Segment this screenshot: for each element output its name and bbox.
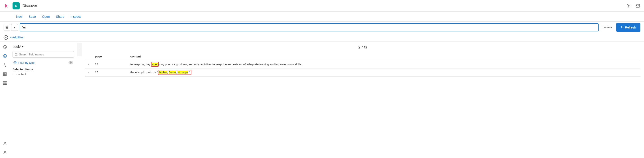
svg-rect-11 — [5, 74, 6, 76]
content-col-header: content — [128, 53, 640, 60]
results-area: 2 hits page content › 13 to k — [82, 42, 644, 158]
expand-row-1-button[interactable]: › — [88, 63, 88, 66]
app-title: Discover — [22, 4, 624, 8]
menu-inspect[interactable]: Inspect — [68, 14, 84, 20]
index-selector[interactable]: book* ▾ — [12, 44, 74, 48]
field-sidebar: book* ▾ Filter by type 0 Selected fields… — [10, 42, 77, 158]
lucene-badge[interactable]: Lucene — [600, 25, 614, 30]
menu-open[interactable]: Open — [40, 14, 52, 20]
page-cell-2: 16 — [92, 68, 128, 76]
svg-rect-14 — [3, 84, 6, 85]
expand-cell-2: › — [85, 68, 92, 76]
highlighted-after: after — [151, 62, 159, 67]
svg-rect-8 — [3, 72, 4, 74]
svg-point-7 — [4, 56, 5, 57]
left-nav — [0, 42, 10, 158]
table-row: › 13 to keep on, day after day practice … — [85, 60, 640, 68]
table-row: › 16 the olympic motto is "higher, faste… — [85, 68, 640, 76]
svg-line-18 — [17, 55, 18, 56]
query-wrapper: ▾ — [4, 24, 18, 31]
nav-clock-icon[interactable] — [1, 44, 8, 51]
filter-type-label: Filter by type — [18, 61, 34, 64]
expand-cell-1: › — [85, 60, 92, 68]
mail-icon[interactable] — [635, 3, 640, 9]
svg-rect-10 — [3, 74, 4, 76]
save-query-button[interactable] — [4, 24, 10, 31]
search-fields-input[interactable] — [19, 53, 72, 56]
main-layout: book* ▾ Filter by type 0 Selected fields… — [0, 42, 644, 158]
nav-discover-icon[interactable] — [1, 52, 8, 60]
faster-highlight: faster — [169, 71, 176, 74]
svg-rect-13 — [3, 83, 6, 84]
filter-icon[interactable] — [4, 35, 8, 40]
menu-bar: New Save Open Share Inspect — [0, 12, 644, 22]
refresh-button[interactable]: ↻ Refresh — [616, 23, 640, 32]
highlight-group: higher, faster, stronger." — [158, 70, 191, 75]
add-filter-button[interactable]: + Add filter — [10, 36, 24, 39]
hits-number: 2 — [358, 45, 360, 49]
index-pattern-label: book* — [12, 45, 21, 48]
content-prefix-2: the olympic motto is " — [130, 71, 158, 74]
results-table: page content › 13 to keep on, day after … — [85, 53, 640, 76]
menu-new[interactable]: New — [14, 14, 25, 20]
index-caret-icon: ▾ — [22, 44, 24, 48]
settings-icon[interactable] — [626, 3, 632, 9]
higher-highlight: higher — [159, 71, 167, 74]
svg-point-17 — [15, 53, 17, 55]
after-highlight: after — [152, 63, 158, 66]
search-fields-box — [12, 51, 74, 58]
quote-end: ." — [188, 71, 190, 74]
collapse-sidebar-button[interactable]: ‹ — [77, 43, 82, 56]
page-col-header: page — [92, 53, 128, 60]
filter-count-badge: 0 — [68, 61, 73, 64]
nav-management-icon[interactable] — [1, 80, 8, 87]
kibana-logo[interactable] — [4, 3, 10, 9]
page-cell-1: 13 — [92, 60, 128, 68]
content-text-after-1: day practice go down, and only activitie… — [159, 63, 301, 66]
hits-count: 2 hits — [85, 45, 640, 49]
menu-save[interactable]: Save — [26, 14, 38, 20]
field-item-content: t content — [12, 72, 74, 76]
svg-rect-12 — [3, 82, 6, 82]
search-input-container — [20, 23, 598, 31]
svg-rect-9 — [5, 72, 6, 74]
field-name-content: content — [16, 72, 26, 76]
app-icon: D — [12, 2, 20, 10]
query-dropdown-button[interactable]: ▾ — [11, 24, 18, 31]
refresh-icon: ↻ — [621, 25, 624, 29]
refresh-label: Refresh — [625, 26, 636, 29]
field-type-badge: t — [12, 73, 15, 76]
chevron-down-icon: ▾ — [14, 26, 16, 29]
search-input[interactable] — [22, 26, 596, 29]
expand-row-2-button[interactable]: › — [88, 71, 88, 74]
search-fields-icon — [14, 53, 18, 56]
svg-rect-1 — [636, 4, 640, 7]
content-cell-2: the olympic motto is "higher, faster, st… — [128, 68, 640, 76]
search-bar: ▾ Lucene ↻ Refresh — [0, 22, 644, 33]
top-bar-icons — [626, 3, 640, 9]
svg-point-0 — [628, 5, 630, 6]
filter-type-icon — [14, 61, 16, 64]
selected-fields-label: Selected fields — [12, 67, 74, 71]
svg-point-6 — [3, 54, 6, 58]
nav-dashboard-icon[interactable] — [1, 70, 8, 78]
nav-person-icon[interactable] — [1, 149, 8, 156]
expand-col-header — [85, 53, 92, 60]
nav-visualize-icon[interactable] — [1, 61, 8, 69]
menu-share[interactable]: Share — [53, 14, 67, 20]
hits-label: hits — [362, 45, 367, 49]
content-cell-1: to keep on, day after day practice go do… — [128, 60, 640, 68]
content-text-before-1: to keep on, day — [130, 63, 151, 66]
stronger-highlight: stronger — [178, 71, 188, 74]
filter-bar: + Add filter — [0, 33, 644, 42]
filter-by-type-row[interactable]: Filter by type 0 — [12, 59, 74, 66]
nav-user-icon[interactable] — [1, 140, 8, 147]
table-header-row: page content — [85, 53, 640, 60]
top-bar: D Discover — [0, 0, 644, 12]
svg-point-15 — [4, 142, 6, 143]
svg-point-16 — [4, 151, 6, 153]
